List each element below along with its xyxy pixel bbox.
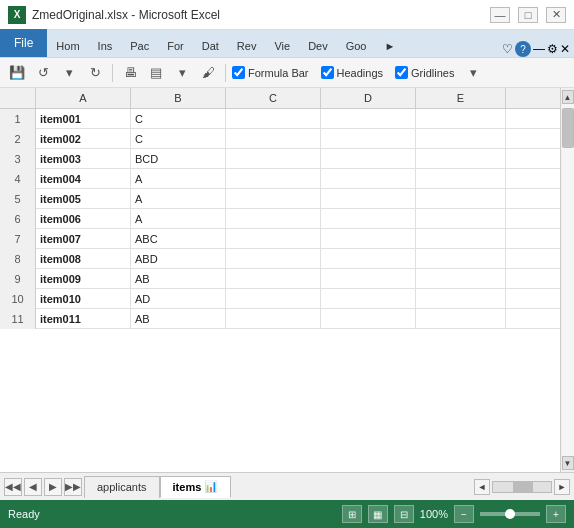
cell-b[interactable]: AB (131, 269, 226, 289)
cell-e[interactable] (416, 209, 506, 229)
table-row[interactable]: 2 item002 C (0, 129, 560, 149)
sheet-nav-first[interactable]: ◀◀ (4, 478, 22, 496)
col-header-c[interactable]: C (226, 88, 321, 108)
options-icon[interactable]: ⚙ (547, 42, 558, 56)
cell-d[interactable] (321, 109, 416, 129)
table-row[interactable]: 7 item007 ABC (0, 229, 560, 249)
cell-b[interactable]: C (131, 109, 226, 129)
cell-d[interactable] (321, 249, 416, 269)
tab-home[interactable]: Hom (47, 33, 88, 57)
table-row[interactable]: 1 item001 C (0, 109, 560, 129)
table-row[interactable]: 4 item004 A (0, 169, 560, 189)
format-dropdown[interactable]: ▾ (171, 62, 193, 84)
table-row[interactable]: 6 item006 A (0, 209, 560, 229)
scroll-down-button[interactable]: ▼ (562, 456, 574, 470)
cell-c[interactable] (226, 249, 321, 269)
table-row[interactable]: 10 item010 AD (0, 289, 560, 309)
cell-c[interactable] (226, 149, 321, 169)
cell-c[interactable] (226, 209, 321, 229)
cell-a[interactable]: item008 (36, 249, 131, 269)
cell-b[interactable]: AD (131, 289, 226, 309)
cell-a[interactable]: item004 (36, 169, 131, 189)
cell-e[interactable] (416, 109, 506, 129)
cell-c[interactable] (226, 269, 321, 289)
cell-d[interactable] (321, 129, 416, 149)
cell-b[interactable]: ABC (131, 229, 226, 249)
cell-e[interactable] (416, 229, 506, 249)
cell-b[interactable]: C (131, 129, 226, 149)
headings-toggle[interactable]: Headings (321, 66, 383, 79)
table-row[interactable]: 5 item005 A (0, 189, 560, 209)
undo-button[interactable]: ↺ (32, 62, 54, 84)
col-header-a[interactable]: A (36, 88, 131, 108)
cell-a[interactable]: item001 (36, 109, 131, 129)
paint-button[interactable]: 🖌 (197, 62, 219, 84)
sheet-tab-items[interactable]: items 📊 (160, 476, 232, 498)
tab-formulas[interactable]: For (158, 33, 193, 57)
tab-more[interactable]: ► (375, 33, 404, 57)
cell-c[interactable] (226, 309, 321, 329)
cell-d[interactable] (321, 209, 416, 229)
cell-a[interactable]: item010 (36, 289, 131, 309)
cell-d[interactable] (321, 169, 416, 189)
cell-a[interactable]: item007 (36, 229, 131, 249)
restore-button[interactable]: □ (518, 7, 538, 23)
cell-d[interactable] (321, 269, 416, 289)
cell-b[interactable]: BCD (131, 149, 226, 169)
minimize-button[interactable]: — (490, 7, 510, 23)
cell-a[interactable]: item006 (36, 209, 131, 229)
zoom-in-button[interactable]: + (546, 505, 566, 523)
zoom-out-button[interactable]: − (454, 505, 474, 523)
col-header-b[interactable]: B (131, 88, 226, 108)
hscroll-right[interactable]: ► (554, 479, 570, 495)
format-button[interactable]: ▤ (145, 62, 167, 84)
cell-e[interactable] (416, 309, 506, 329)
cell-a[interactable]: item003 (36, 149, 131, 169)
cell-e[interactable] (416, 269, 506, 289)
gridlines-toggle[interactable]: Gridlines (395, 66, 454, 79)
headings-checkbox[interactable] (321, 66, 334, 79)
cell-a[interactable]: item002 (36, 129, 131, 149)
table-row[interactable]: 3 item003 BCD (0, 149, 560, 169)
col-header-d[interactable]: D (321, 88, 416, 108)
cell-e[interactable] (416, 129, 506, 149)
quick-print-button[interactable]: 🖶 (119, 62, 141, 84)
table-row[interactable]: 11 item011 AB (0, 309, 560, 329)
cell-d[interactable] (321, 229, 416, 249)
cell-a[interactable]: item009 (36, 269, 131, 289)
formula-bar-toggle[interactable]: Formula Bar (232, 66, 309, 79)
tab-data[interactable]: Dat (193, 33, 228, 57)
cell-a[interactable]: item005 (36, 189, 131, 209)
normal-view-button[interactable]: ⊞ (342, 505, 362, 523)
cell-e[interactable] (416, 169, 506, 189)
page-layout-button[interactable]: ▦ (368, 505, 388, 523)
sheet-nav-prev[interactable]: ◀ (24, 478, 42, 496)
gridlines-checkbox[interactable] (395, 66, 408, 79)
cell-b[interactable]: A (131, 209, 226, 229)
question-icon[interactable]: ? (515, 41, 531, 57)
table-row[interactable]: 8 item008 ABD (0, 249, 560, 269)
tab-review[interactable]: Rev (228, 33, 266, 57)
file-tab[interactable]: File (0, 29, 47, 57)
cell-b[interactable]: A (131, 169, 226, 189)
save-button[interactable]: 💾 (6, 62, 28, 84)
cell-d[interactable] (321, 289, 416, 309)
cell-c[interactable] (226, 129, 321, 149)
more-options[interactable]: ▾ (462, 62, 484, 84)
hscroll-thumb[interactable] (513, 482, 533, 492)
cell-a[interactable]: item011 (36, 309, 131, 329)
cell-c[interactable] (226, 189, 321, 209)
sheet-nav-last[interactable]: ▶▶ (64, 478, 82, 496)
hscroll-track[interactable] (492, 481, 552, 493)
zoom-slider[interactable] (480, 512, 540, 516)
v-scrollbar[interactable]: ▲ ▼ (560, 88, 574, 472)
cell-e[interactable] (416, 289, 506, 309)
cell-d[interactable] (321, 149, 416, 169)
cell-e[interactable] (416, 189, 506, 209)
cell-c[interactable] (226, 169, 321, 189)
hscroll-left[interactable]: ◄ (474, 479, 490, 495)
close-ribbon-icon[interactable]: ✕ (560, 42, 570, 56)
page-break-button[interactable]: ⊟ (394, 505, 414, 523)
formula-bar-checkbox[interactable] (232, 66, 245, 79)
close-button[interactable]: ✕ (546, 7, 566, 23)
